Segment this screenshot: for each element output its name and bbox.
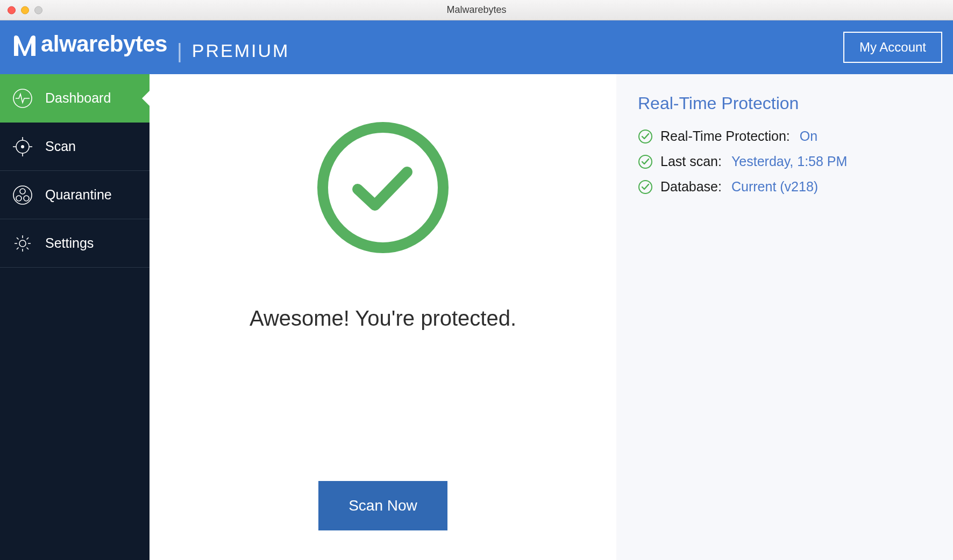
zoom-window-button[interactable]	[34, 6, 42, 14]
check-circle-icon	[310, 115, 456, 262]
traffic-lights	[8, 6, 42, 14]
sidebar: Dashboard Scan Quarantine Settings	[0, 74, 150, 560]
sidebar-item-label: Quarantine	[45, 187, 112, 203]
close-window-button[interactable]	[8, 6, 16, 14]
window-titlebar: Malwarebytes	[0, 0, 953, 20]
svg-point-8	[20, 189, 25, 194]
realtime-row-protection: Real-Time Protection: On	[638, 128, 931, 144]
brand-logo: alwarebytes	[12, 32, 167, 58]
biohazard-icon	[12, 184, 33, 206]
realtime-label: Real-Time Protection:	[660, 128, 790, 144]
svg-point-10	[24, 196, 29, 201]
sidebar-item-dashboard[interactable]: Dashboard	[0, 74, 150, 123]
realtime-title: Real-Time Protection	[638, 94, 931, 113]
check-icon	[638, 129, 653, 144]
brand-tier: PREMIUM	[192, 40, 290, 61]
realtime-label: Database:	[660, 179, 722, 195]
realtime-value: Current (v218)	[731, 179, 818, 195]
brand: alwarebytes | PREMIUM	[12, 32, 289, 63]
svg-point-2	[21, 145, 24, 148]
pulse-icon	[12, 88, 33, 109]
minimize-window-button[interactable]	[21, 6, 29, 14]
sidebar-item-label: Dashboard	[45, 90, 111, 106]
status-message: Awesome! You're protected.	[250, 306, 516, 331]
sidebar-item-settings[interactable]: Settings	[0, 219, 150, 268]
scan-now-button[interactable]: Scan Now	[318, 481, 447, 530]
target-icon	[12, 136, 33, 157]
realtime-row-lastscan: Last scan: Yesterday, 1:58 PM	[638, 154, 931, 169]
sidebar-item-label: Scan	[45, 139, 76, 154]
realtime-label: Last scan:	[660, 154, 722, 169]
window-title: Malwarebytes	[446, 4, 506, 16]
svg-point-12	[323, 127, 443, 248]
my-account-button[interactable]: My Account	[843, 32, 942, 63]
realtime-value: On	[800, 128, 817, 144]
gear-icon	[12, 233, 33, 254]
brand-separator: |	[177, 40, 182, 63]
realtime-value: Yesterday, 1:58 PM	[731, 154, 847, 169]
malwarebytes-m-icon	[12, 32, 38, 58]
brand-name: alwarebytes	[41, 33, 167, 55]
sidebar-item-label: Settings	[45, 235, 94, 251]
dashboard-main: Awesome! You're protected. Scan Now	[150, 74, 616, 560]
realtime-panel: Real-Time Protection Real-Time Protectio…	[616, 74, 953, 560]
app-header: alwarebytes | PREMIUM My Account	[0, 20, 953, 74]
check-icon	[638, 154, 653, 169]
sidebar-item-quarantine[interactable]: Quarantine	[0, 171, 150, 219]
check-icon	[638, 180, 653, 195]
realtime-row-database: Database: Current (v218)	[638, 179, 931, 195]
svg-point-9	[16, 196, 22, 201]
sidebar-item-scan[interactable]: Scan	[0, 123, 150, 171]
svg-point-11	[19, 240, 26, 247]
